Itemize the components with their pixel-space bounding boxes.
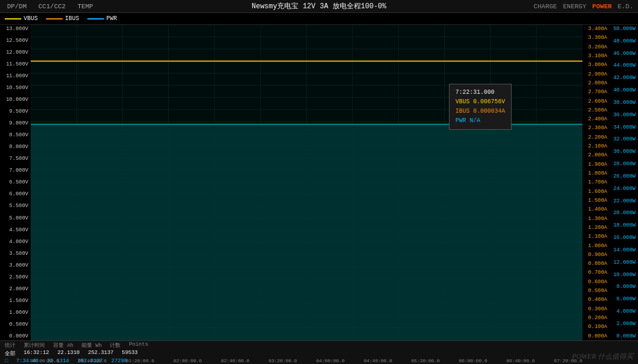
- tooltip-vbus: VBUS 0.006756V: [455, 97, 505, 107]
- stats-all-label: 全部: [5, 350, 15, 358]
- y-axis-voltage: 13.000V 12.500V 12.000V 11.500V 11.000V …: [0, 25, 31, 340]
- top-nav: DP/DM CC1/CC2 TEMP Newsmy充电宝 12V 3A 放电全程…: [0, 0, 638, 13]
- stats-header-count: 计数: [110, 342, 121, 349]
- stats-blue-label: □: [5, 358, 8, 364]
- chart-title: Newsmy充电宝 12V 3A 放电全程100-0%: [252, 1, 386, 11]
- chart-container: 13.000V 12.500V 12.000V 11.500V 11.000V …: [0, 25, 638, 340]
- tab-power[interactable]: POWER: [593, 3, 612, 10]
- stats-all-time: 16:32:12: [24, 350, 49, 358]
- stats-all-count: 59533: [122, 350, 138, 358]
- tooltip-time: 7:22:31.000: [455, 88, 505, 97]
- vbus-color-dot: [5, 18, 21, 19]
- stats-header-ah: 容量 Ah: [53, 342, 73, 349]
- tab-dpdm[interactable]: DP/DM: [5, 2, 29, 11]
- legend-vbus: VBUS: [5, 15, 38, 22]
- tab-charge[interactable]: CHARGE: [533, 3, 557, 10]
- nav-right: CHARGE ENERGY POWER E.D.: [533, 3, 633, 10]
- tab-ed[interactable]: E.D.: [618, 3, 633, 10]
- y-axis-power: 50.000W 48.000W 46.000W 44.000W 42.000W …: [610, 25, 638, 340]
- data-tooltip: 7:22:31.000 VBUS 0.006756V IBUS 0.000034…: [449, 84, 512, 130]
- x-axis-labels: 00:00:00.0 00:40:00.0 01:20:00.0 02:00:0…: [31, 358, 582, 364]
- tab-cc1cc2[interactable]: CC1/CC2: [36, 2, 68, 11]
- pwr-color-dot: [87, 18, 104, 19]
- y-axis-current: 3.400A 3.300A 3.200A 3.100A 3.000A 2.900…: [582, 25, 610, 340]
- legend-ibus-label: IBUS: [65, 15, 79, 22]
- stats-header-wh: 能量 Wh: [82, 342, 102, 349]
- legend-vbus-label: VBUS: [24, 15, 38, 22]
- stats-header-label: 统计: [5, 342, 15, 349]
- bottom-stats: 统计 累计时间 容量 Ah 能量 Wh 计数 Points 全部 16:32:1…: [0, 340, 638, 364]
- stats-header-points: Points: [129, 342, 148, 349]
- svg-marker-41: [31, 124, 582, 340]
- stats-row-all: 全部 16:32:12 22.1310 252.3137 59533: [5, 350, 148, 358]
- tab-temp[interactable]: TEMP: [75, 2, 95, 11]
- stats-all-wh: 252.3137: [88, 350, 113, 358]
- tooltip-ibus: IBUS 0.000034A: [455, 107, 505, 116]
- legend-pwr-label: PWR: [106, 15, 117, 22]
- stats-header-time: 累计时间: [24, 342, 45, 349]
- ibus-color-dot: [46, 18, 63, 19]
- chart-area[interactable]: 7:22:31.000 VBUS 0.006756V IBUS 0.000034…: [31, 25, 582, 340]
- tooltip-pwr: PWR N/A: [455, 116, 505, 126]
- tab-energy[interactable]: ENERGY: [563, 3, 587, 10]
- stats-all-ah: 22.1310: [57, 350, 80, 358]
- nav-tabs: DP/DM CC1/CC2 TEMP: [5, 2, 96, 11]
- watermark: POWER 什么值得买: [572, 352, 633, 362]
- legend-pwr: PWR: [87, 15, 117, 22]
- legend-row: VBUS IBUS PWR: [0, 13, 638, 25]
- legend-ibus: IBUS: [46, 15, 79, 22]
